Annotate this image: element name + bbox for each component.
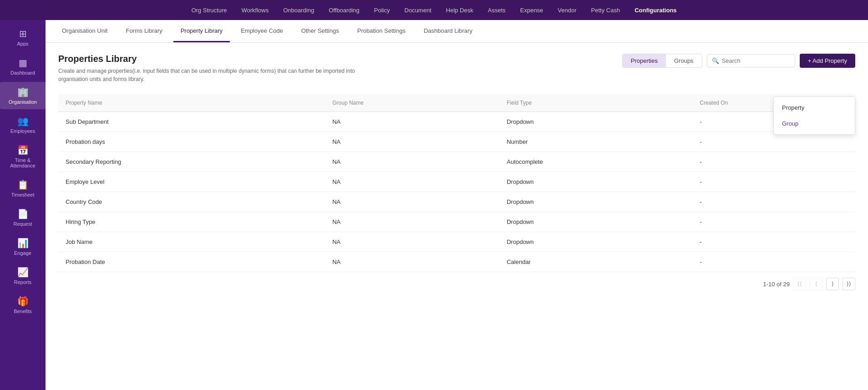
table-row: Country Code NA Dropdown - — [58, 192, 855, 212]
cell-created-on: - — [692, 152, 855, 172]
reports-icon: 📈 — [17, 267, 29, 278]
page-header: Properties Library Create and manage pro… — [58, 54, 855, 83]
sidebar-label-benefits: Benefits — [14, 309, 32, 314]
table-row: Probation Date NA Calendar - — [58, 252, 855, 272]
dashboard-icon: ▦ — [19, 57, 27, 68]
cell-group-name: NA — [325, 192, 499, 212]
cell-created-on: - — [692, 232, 855, 252]
tab-bar: Organisation Unit Forms Library Property… — [46, 20, 868, 43]
sidebar-label-timesheet: Timesheet — [11, 192, 35, 198]
sidebar-item-request[interactable]: 📄 Request — [0, 204, 46, 231]
nav-org-structure[interactable]: Org Structure — [191, 7, 227, 14]
nav-assets[interactable]: Assets — [488, 7, 506, 14]
pagination-info: 1-10 of 29 — [763, 281, 790, 288]
sidebar-item-reports[interactable]: 📈 Reports — [0, 262, 46, 289]
header-controls: Properties Groups 🔍 + Add Property — [622, 54, 855, 68]
view-toggle: Properties Groups — [622, 54, 702, 68]
sidebar-label-reports: Reports — [14, 279, 32, 285]
col-field-type: Field Type — [499, 94, 692, 112]
sidebar-item-engage[interactable]: 📊 Engage — [0, 233, 46, 260]
cell-group-name: NA — [325, 232, 499, 252]
cell-property-name: Country Code — [58, 192, 325, 212]
cell-created-on: - — [692, 252, 855, 272]
table-header-row: Property Name Group Name Field Type Crea… — [58, 94, 855, 112]
sidebar-item-organisation[interactable]: 🏢 Organisation — [0, 82, 46, 109]
sidebar-item-timesheet[interactable]: 📋 Timesheet — [0, 175, 46, 202]
sidebar-item-benefits[interactable]: 🎁 Benefits — [0, 291, 46, 319]
nav-configurations[interactable]: Configurations — [635, 7, 676, 14]
page-description: Create and manage properties(i.e. input … — [58, 67, 368, 83]
pagination: 1-10 of 29 ⟨⟨ ⟨ ⟩ ⟩⟩ — [58, 272, 855, 296]
nav-policy[interactable]: Policy — [374, 7, 390, 14]
page-header-left: Properties Library Create and manage pro… — [58, 54, 368, 83]
sidebar-label-engage: Engage — [14, 250, 31, 256]
search-input[interactable] — [722, 57, 790, 64]
pagination-prev-btn[interactable]: ⟨ — [810, 278, 822, 290]
cell-group-name: NA — [325, 152, 499, 172]
tab-forms-library[interactable]: Forms Library — [118, 20, 169, 42]
nav-helpdesk[interactable]: Help Desk — [446, 7, 473, 14]
pagination-next-btn[interactable]: ⟩ — [826, 278, 839, 290]
sidebar-item-employees[interactable]: 👥 Employees — [0, 111, 46, 138]
sidebar-label-time-attendance: Time & Attendance — [2, 157, 44, 168]
cell-field-type: Number — [499, 132, 692, 152]
nav-workflows[interactable]: Workflows — [241, 7, 269, 14]
cell-created-on: - — [692, 132, 855, 152]
tab-property-library[interactable]: Property Library — [173, 20, 230, 42]
cell-group-name: NA — [325, 212, 499, 232]
nav-offboarding[interactable]: Offboarding — [329, 7, 360, 14]
dropdown-group-item[interactable]: Group — [774, 116, 855, 132]
col-property-name: Property Name — [58, 94, 325, 112]
nav-document[interactable]: Document — [405, 7, 431, 14]
dropdown-property-item[interactable]: Property — [774, 100, 855, 116]
cell-property-name: Sub Department — [58, 112, 325, 132]
apps-icon: ⊞ — [19, 28, 27, 39]
cell-property-name: Hiring Type — [58, 212, 325, 232]
nav-vendor[interactable]: Vendor — [558, 7, 576, 14]
sidebar-item-apps[interactable]: ⊞ Apps — [0, 24, 46, 51]
cell-property-name: Probation Date — [58, 252, 325, 272]
cell-property-name: Job Name — [58, 232, 325, 252]
cell-property-name: Probation days — [58, 132, 325, 152]
table-row: Probation days NA Number - — [58, 132, 855, 152]
sidebar-item-dashboard[interactable]: ▦ Dashboard — [0, 53, 46, 80]
tab-dashboard-library[interactable]: Dashboard Library — [416, 20, 480, 42]
tab-other-settings[interactable]: Other Settings — [294, 20, 346, 42]
tab-organisation-unit[interactable]: Organisation Unit — [55, 20, 115, 42]
search-box[interactable]: 🔍 — [707, 54, 795, 67]
engage-icon: 📊 — [17, 238, 29, 248]
search-icon: 🔍 — [712, 57, 719, 64]
add-dropdown: Property Group — [773, 96, 855, 135]
pagination-first-btn[interactable]: ⟨⟨ — [793, 278, 806, 290]
page-title: Properties Library — [58, 54, 368, 64]
cell-property-name: Employe Level — [58, 172, 325, 192]
properties-toggle-btn[interactable]: Properties — [623, 54, 666, 67]
sidebar-item-time-attendance[interactable]: 📅 Time & Attendance — [0, 140, 46, 173]
time-attendance-icon: 📅 — [17, 145, 29, 156]
cell-field-type: Dropdown — [499, 232, 692, 252]
groups-toggle-btn[interactable]: Groups — [666, 54, 702, 67]
sidebar-label-apps: Apps — [17, 41, 28, 46]
cell-field-type: Dropdown — [499, 172, 692, 192]
nav-onboarding[interactable]: Onboarding — [283, 7, 314, 14]
cell-field-type: Dropdown — [499, 192, 692, 212]
cell-field-type: Dropdown — [499, 212, 692, 232]
tab-probation-settings[interactable]: Probation Settings — [350, 20, 413, 42]
sidebar: ⊞ Apps ▦ Dashboard 🏢 Organisation 👥 Empl… — [0, 20, 46, 390]
table-row: Sub Department NA Dropdown - — [58, 112, 855, 132]
timesheet-icon: 📋 — [17, 179, 29, 190]
nav-expense[interactable]: Expense — [520, 7, 543, 14]
request-icon: 📄 — [17, 208, 29, 219]
organisation-icon: 🏢 — [17, 86, 29, 97]
table-row: Job Name NA Dropdown - — [58, 232, 855, 252]
cell-property-name: Secondary Reporting — [58, 152, 325, 172]
add-property-button[interactable]: + Add Property — [800, 54, 855, 68]
cell-group-name: NA — [325, 132, 499, 152]
sidebar-label-dashboard: Dashboard — [10, 70, 35, 76]
main-content: Organisation Unit Forms Library Property… — [46, 20, 868, 390]
nav-petty-cash[interactable]: Petty Cash — [591, 7, 620, 14]
cell-group-name: NA — [325, 172, 499, 192]
cell-created-on: - — [692, 172, 855, 192]
pagination-last-btn[interactable]: ⟩⟩ — [843, 278, 855, 290]
tab-employee-code[interactable]: Employee Code — [233, 20, 290, 42]
